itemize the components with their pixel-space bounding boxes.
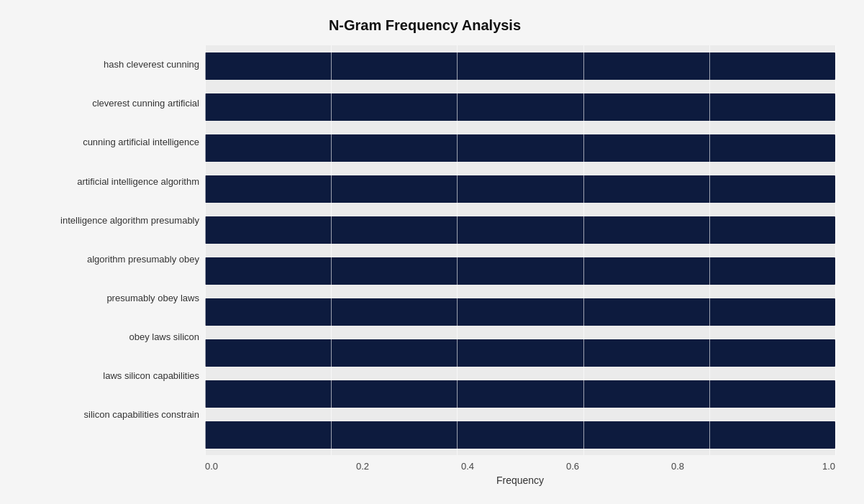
bar-8 [205, 380, 835, 408]
bar-4 [205, 216, 835, 244]
y-label-3: artificial intelligence algorithm [14, 162, 199, 201]
bar-0 [205, 52, 835, 80]
bar-6 [205, 298, 835, 326]
bar-row-6 [205, 291, 835, 332]
bar-row-8 [205, 373, 835, 414]
y-label-4: intelligence algorithm presumably [14, 201, 199, 239]
x-tick-3: 0.6 [520, 461, 625, 472]
x-axis: 0.00.20.40.60.81.0 Frequency [205, 455, 835, 486]
x-axis-ticks: 0.00.20.40.60.81.0 [205, 461, 835, 472]
x-tick-2: 0.4 [415, 461, 520, 472]
chart-title: N-Gram Frequency Analysis [14, 14, 835, 34]
bar-2 [205, 134, 835, 162]
bar-row-2 [205, 127, 835, 168]
y-label-5: algorithm presumably obey [14, 239, 199, 278]
x-tick-1: 0.2 [310, 461, 415, 472]
chart-area: hash cleverest cunningcleverest cunning … [14, 45, 835, 434]
x-tick-5: 1.0 [730, 461, 835, 472]
bar-row-3 [205, 168, 835, 209]
bars-section [205, 45, 835, 455]
y-axis-labels: hash cleverest cunningcleverest cunning … [14, 45, 205, 434]
y-label-1: cleverest cunning artificial [14, 84, 199, 123]
bar-7 [205, 339, 835, 367]
bar-3 [205, 175, 835, 203]
bar-row-5 [205, 250, 835, 291]
y-label-8: laws silicon capabilities [14, 357, 199, 395]
gridline [835, 45, 836, 455]
bar-1 [205, 93, 835, 121]
y-label-0: hash cleverest cunning [14, 45, 199, 84]
bar-row-9 [205, 414, 835, 455]
bar-9 [205, 421, 835, 449]
bar-row-7 [205, 332, 835, 373]
bar-5 [205, 257, 835, 285]
bar-row-4 [205, 209, 835, 250]
y-label-9: silicon capabilities constrain [14, 395, 199, 434]
x-axis-label: Frequency [205, 475, 835, 486]
bar-row-0 [205, 45, 835, 86]
x-tick-4: 0.8 [625, 461, 730, 472]
y-label-2: cunning artificial intelligence [14, 123, 199, 162]
y-label-6: presumably obey laws [14, 279, 199, 318]
x-tick-0: 0.0 [205, 461, 310, 472]
y-label-7: obey laws silicon [14, 318, 199, 357]
bar-row-1 [205, 86, 835, 127]
bars-and-xaxis: 0.00.20.40.60.81.0 Frequency [205, 45, 835, 434]
chart-container: N-Gram Frequency Analysis hash cleverest… [0, 0, 864, 504]
